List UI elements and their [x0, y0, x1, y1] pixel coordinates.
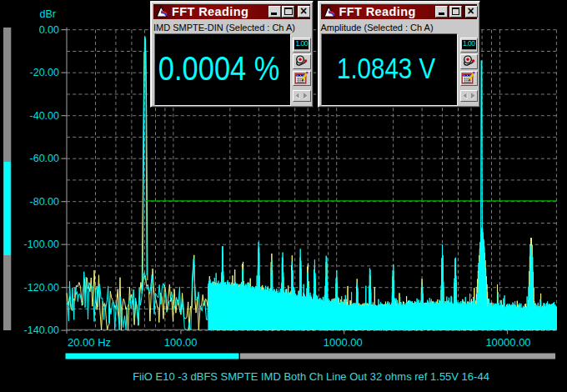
- svg-text:-100.00: -100.00: [24, 239, 59, 250]
- svg-text:-40.00: -40.00: [30, 110, 59, 122]
- svg-text:-120.00: -120.00: [24, 282, 59, 294]
- svg-text:-20.00: -20.00: [30, 67, 59, 78]
- svg-text:0.00: 0.00: [39, 24, 59, 36]
- svg-text:100.00: 100.00: [164, 336, 198, 349]
- svg-text:-80.00: -80.00: [30, 196, 59, 208]
- svg-text:1000.00: 1000.00: [324, 336, 363, 349]
- svg-text:FiiO E10 -3 dBFS SMPTE IMD Bot: FiiO E10 -3 dBFS SMPTE IMD Both Ch Line …: [133, 370, 489, 383]
- svg-text:10000.00: 10000.00: [485, 336, 530, 349]
- svg-text:-60.00: -60.00: [30, 153, 59, 164]
- svg-text:-140.00: -140.00: [24, 324, 59, 336]
- svg-text:dBr: dBr: [40, 8, 56, 20]
- svg-text:20.00 Hz: 20.00 Hz: [68, 336, 111, 349]
